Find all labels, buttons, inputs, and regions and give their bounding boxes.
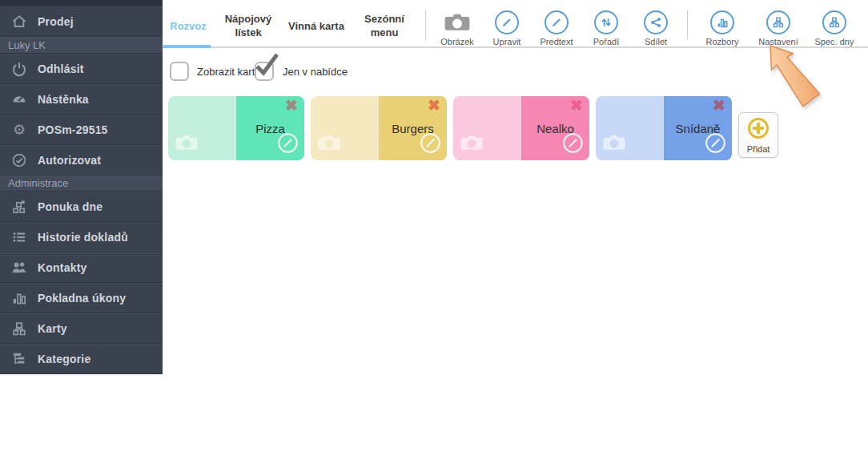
- toolbar-button-label: Rozbory: [706, 37, 739, 46]
- upravit-button[interactable]: Upravit: [482, 6, 532, 46]
- card-edit-icon[interactable]: [420, 132, 441, 157]
- sidebar-item-label: Kategorie: [38, 353, 90, 365]
- sidebar-item-posm[interactable]: ⚙ POSm-29515: [0, 115, 163, 145]
- category-card-nealko[interactable]: Nealko ✖: [453, 96, 589, 160]
- dashboard-icon: [10, 91, 28, 107]
- toolbar-button-label: Obrázek: [440, 37, 474, 46]
- card-camera-icon[interactable]: [317, 133, 341, 155]
- card-close-icon[interactable]: ✖: [713, 97, 725, 115]
- add-button-label: Přidat: [747, 144, 770, 154]
- blocks-star-icon: [10, 199, 28, 215]
- sidebar-item-kontakty[interactable]: Kontakty: [0, 252, 163, 283]
- toolbar-divider: [687, 10, 688, 40]
- blocks-circle-icon: [766, 10, 790, 34]
- sidebar-item-ponuka-dne[interactable]: Ponuka dne: [0, 192, 163, 222]
- sidebar-item-label: Prodej: [38, 15, 74, 28]
- home-icon: [10, 14, 28, 30]
- card-camera-icon[interactable]: [175, 133, 199, 155]
- tab-label: Sezónní menu: [350, 13, 419, 40]
- sidebar-item-label: Ponuka dne: [38, 200, 102, 213]
- zobrazit-karty-checkbox[interactable]: [170, 62, 189, 81]
- sidebar-item-label: Historie dokladů: [38, 231, 128, 244]
- tab-label: Nápojový lístek: [214, 13, 283, 40]
- list-icon: [10, 229, 28, 245]
- plus-circle-icon: [746, 116, 770, 143]
- sidebar-item-kategorie[interactable]: Kategorie: [0, 344, 163, 374]
- card-camera-icon[interactable]: [460, 133, 484, 155]
- tab-napojovy-listek[interactable]: Nápojový lístek: [214, 6, 283, 46]
- camera-icon: [444, 10, 471, 34]
- bar-chart-icon: [10, 290, 28, 306]
- toolbar-button-label: Spec. dny: [815, 37, 854, 46]
- pos-admin-window: Prodej Luky LK Odhlásit Nástěnka ⚙ POSm-…: [0, 0, 868, 472]
- toolbar-button-label: Pořadí: [593, 37, 619, 46]
- toolbar-button-label: Upravit: [493, 37, 521, 46]
- nastaveni-button[interactable]: Nastavení: [750, 6, 806, 46]
- sidebar-user-label: Luky LK: [0, 37, 163, 54]
- category-card-snidane[interactable]: Snídaně ✖: [596, 96, 732, 160]
- tab-vinna-karta[interactable]: Vinná karta: [283, 6, 350, 46]
- gear-icon: ⚙: [10, 122, 28, 138]
- sidebar: Prodej Luky LK Odhlásit Nástěnka ⚙ POSm-…: [0, 0, 163, 374]
- card-close-icon[interactable]: ✖: [428, 97, 440, 115]
- sort-circle-icon: [594, 10, 618, 34]
- sidebar-item-odhlasit[interactable]: Odhlásit: [0, 54, 163, 84]
- people-icon: [10, 260, 28, 276]
- chart-circle-icon: [710, 10, 734, 34]
- checkbox-label: Jen v nabídce: [283, 66, 348, 78]
- spec-dny-button[interactable]: Spec. dny: [806, 6, 862, 46]
- pencil-circle-icon: [495, 10, 519, 34]
- sidebar-top-strip: [0, 0, 163, 6]
- card-camera-icon[interactable]: [602, 133, 626, 155]
- category-card-burgers[interactable]: Burgers ✖: [311, 96, 447, 160]
- tab-label: Rozvoz: [170, 20, 207, 34]
- sidebar-item-karty[interactable]: Karty: [0, 313, 163, 344]
- blocks-icon: [10, 321, 28, 337]
- sidebar-item-label: Karty: [38, 322, 67, 335]
- add-category-button[interactable]: Přidat: [738, 112, 778, 158]
- sdilet-button[interactable]: Sdílet: [631, 6, 681, 46]
- sidebar-item-historie-dokladu[interactable]: Historie dokladů: [0, 222, 163, 252]
- card-edit-icon[interactable]: [277, 132, 299, 157]
- toolbar-button-label: Predtext: [540, 37, 573, 46]
- sidebar-item-nastenka[interactable]: Nástěnka: [0, 84, 163, 115]
- poradi-button[interactable]: Pořadí: [581, 6, 631, 46]
- sidebar-item-prodej[interactable]: Prodej: [0, 6, 163, 37]
- card-edit-icon[interactable]: [705, 132, 726, 157]
- card-close-icon[interactable]: ✖: [570, 97, 583, 115]
- power-icon: [10, 61, 28, 77]
- card-close-icon[interactable]: ✖: [285, 97, 298, 115]
- tree-icon: [10, 351, 28, 367]
- toolbar-button-label: Nastavení: [758, 37, 798, 46]
- sidebar-item-label: Pokladna úkony: [38, 292, 126, 305]
- category-card-pizza[interactable]: Pizza ✖: [168, 96, 304, 160]
- sidebar-item-label: Odhlásit: [38, 63, 84, 75]
- pencil-circle-icon: [545, 10, 569, 34]
- rozbory-button[interactable]: Rozbory: [694, 6, 750, 46]
- sidebar-item-label: Autorizovat: [38, 154, 101, 167]
- blocks-circle-icon: [822, 10, 846, 34]
- tab-rozvoz[interactable]: Rozvoz: [163, 6, 214, 46]
- sidebar-item-label: Kontakty: [38, 261, 87, 274]
- sidebar-item-label: POSm-29515: [38, 123, 108, 136]
- tab-sezonni-menu[interactable]: Sezónní menu: [350, 6, 419, 46]
- sidebar-item-pokladna-ukony[interactable]: Pokladna úkony: [0, 283, 163, 313]
- main-content: Zobrazit karty Jen v nabídce Pizza ✖ Bur…: [163, 48, 868, 472]
- sidebar-item-autorizovat[interactable]: Autorizovat: [0, 145, 163, 175]
- jen-v-nabidce-checkbox[interactable]: [255, 62, 274, 81]
- tab-label: Vinná karta: [288, 20, 344, 34]
- toolbar: Rozvoz Nápojový lístek Vinná karta Sezón…: [163, 6, 868, 48]
- share-circle-icon: [644, 10, 668, 34]
- sidebar-item-label: Nástěnka: [38, 93, 89, 106]
- card-edit-icon[interactable]: [562, 132, 584, 157]
- checkbox-label: Zobrazit karty: [197, 66, 260, 78]
- sidebar-section-administrace: Administrace: [0, 175, 163, 192]
- toolbar-button-label: Sdílet: [645, 37, 667, 46]
- predtext-button[interactable]: Predtext: [532, 6, 581, 46]
- obrazek-button[interactable]: Obrázek: [432, 6, 482, 46]
- toolbar-divider: [425, 10, 426, 40]
- check-circle-icon: [10, 152, 28, 168]
